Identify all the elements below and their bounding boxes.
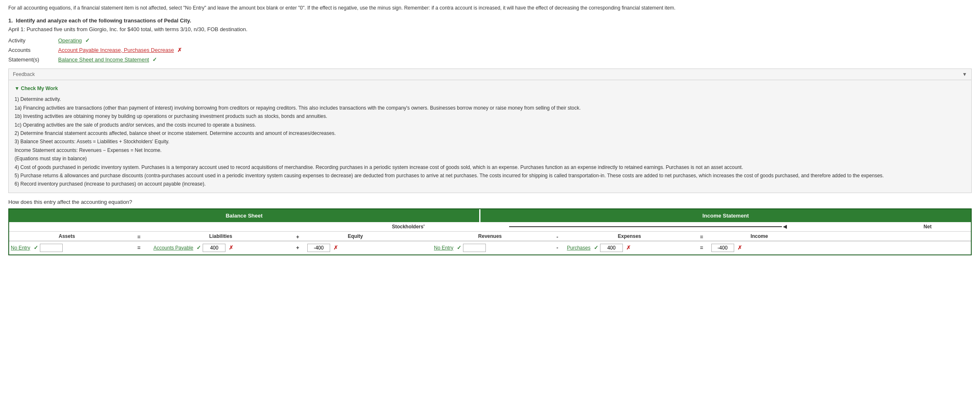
liabilities-amount-input[interactable] bbox=[203, 244, 225, 252]
assets-dropdown[interactable]: No Entry bbox=[11, 245, 30, 251]
revenues-check: ✓ bbox=[457, 245, 461, 251]
statements-label: Statement(s) bbox=[8, 56, 58, 63]
net-income-x: ✗ bbox=[737, 245, 742, 251]
stockholders-row: Stockholders' ◄ Net bbox=[9, 222, 971, 232]
feedback-item-2: 1b) Investing activities are obtaining m… bbox=[15, 112, 965, 120]
equity-amount-input[interactable] bbox=[307, 244, 330, 252]
table-header: Balance Sheet Income Statement bbox=[9, 209, 971, 222]
accounts-value: Account Payable Increase, Purchases Decr… bbox=[58, 47, 182, 53]
statements-link[interactable]: Balance Sheet and Income Statement bbox=[58, 56, 149, 63]
cell-equity: ✗ bbox=[307, 244, 404, 252]
accounting-eq-question: How does this entry affect the accountin… bbox=[8, 199, 972, 205]
transaction-description: April 1: Purchased five units from Giorg… bbox=[8, 26, 972, 32]
expenses-amount-input[interactable] bbox=[600, 244, 623, 252]
check-my-work-label[interactable]: ▼ Check My Work bbox=[15, 84, 965, 93]
activity-value: Operating ✓ bbox=[58, 37, 90, 44]
feedback-item-0: 1) Determine activity. bbox=[15, 95, 965, 103]
feedback-item-8: 4) Cost of goods purchased in periodic i… bbox=[15, 163, 965, 171]
statements-value: Balance Sheet and Income Statement ✓ bbox=[58, 56, 157, 63]
col-plus: + bbox=[288, 234, 307, 240]
feedback-header: Feedback ▼ bbox=[9, 69, 971, 80]
cell-revenues: No Entry ✓ bbox=[432, 244, 548, 252]
activity-row: Activity Operating ✓ bbox=[8, 37, 972, 44]
col-assets: Assets bbox=[9, 232, 125, 240]
feedback-box: Feedback ▼ ▼ Check My Work 1) Determine … bbox=[8, 69, 972, 193]
revenues-dropdown[interactable]: No Entry bbox=[434, 245, 453, 251]
activity-label: Activity bbox=[8, 37, 58, 44]
accounts-link[interactable]: Account Payable Increase, Purchases Decr… bbox=[58, 47, 174, 53]
feedback-item-4: 2) Determine financial statement account… bbox=[15, 129, 965, 137]
header-income-statement: Income Statement bbox=[480, 209, 971, 222]
header-balance-sheet: Balance Sheet bbox=[9, 209, 480, 222]
assets-check: ✓ bbox=[34, 245, 38, 251]
expenses-check: ✓ bbox=[594, 245, 598, 251]
eq-sign-2: = bbox=[692, 245, 711, 251]
statements-row: Statement(s) Balance Sheet and Income St… bbox=[8, 56, 972, 63]
assets-amount-input[interactable] bbox=[40, 244, 63, 252]
accounts-row: Accounts Account Payable Increase, Purch… bbox=[8, 47, 972, 53]
feedback-item-3: 1c) Operating activities are the sale of… bbox=[15, 121, 965, 129]
expenses-dropdown[interactable]: Purchases bbox=[567, 245, 590, 251]
minus-sign: - bbox=[548, 245, 567, 251]
accounts-x: ✗ bbox=[177, 47, 182, 53]
question-number: 1. Identify and analyze each of the foll… bbox=[8, 17, 972, 24]
statements-check: ✓ bbox=[152, 56, 157, 63]
feedback-item-10: 6) Record inventory purchased (increase … bbox=[15, 180, 965, 188]
equity-x: ✗ bbox=[333, 245, 338, 251]
net-label: Net bbox=[884, 224, 971, 230]
col-expenses: Expenses bbox=[567, 232, 692, 240]
cell-expenses: Purchases ✓ ✗ bbox=[567, 244, 692, 252]
feedback-label: Feedback bbox=[13, 71, 35, 77]
intro-text: For all accounting equations, if a finan… bbox=[8, 4, 972, 12]
col-income: Income bbox=[711, 232, 808, 240]
col-equity2: Equity bbox=[307, 232, 404, 240]
feedback-content: ▼ Check My Work 1) Determine activity. 1… bbox=[9, 80, 971, 193]
net-income-amount-input[interactable] bbox=[711, 244, 734, 252]
cell-assets: No Entry ✓ bbox=[9, 244, 125, 252]
col-revenues: Revenues bbox=[432, 232, 548, 240]
cell-liabilities: Accounts Payable ✓ ✗ bbox=[153, 244, 288, 252]
activity-check: ✓ bbox=[85, 37, 90, 44]
liabilities-check: ✓ bbox=[196, 245, 201, 251]
data-row: No Entry ✓ = Accounts Payable ✓ ✗ + ✗ No… bbox=[9, 241, 971, 254]
feedback-item-7: (Equations must stay in balance) bbox=[15, 154, 965, 163]
plus-sign: + bbox=[288, 245, 307, 251]
col-minus: - bbox=[548, 234, 567, 240]
feedback-item-5: 3) Balance Sheet accounts: Assets = Liab… bbox=[15, 137, 965, 146]
feedback-item-9: 5) Purchase returns & allowances and pur… bbox=[15, 171, 965, 180]
liabilities-x: ✗ bbox=[229, 245, 233, 251]
accounts-label: Accounts bbox=[8, 47, 58, 53]
cell-net-income: ✗ bbox=[711, 244, 808, 252]
activity-link[interactable]: Operating bbox=[58, 37, 82, 44]
col-eq-sign: = bbox=[125, 234, 153, 240]
accounting-equation-table: Balance Sheet Income Statement Stockhold… bbox=[8, 208, 972, 255]
feedback-item-1: 1a) Financing activities are transaction… bbox=[15, 104, 965, 112]
expenses-x: ✗ bbox=[626, 245, 631, 251]
revenues-amount-input[interactable] bbox=[463, 244, 486, 252]
eq-sign-1: = bbox=[125, 245, 153, 251]
stockholders-label: Stockholders' bbox=[346, 223, 471, 230]
liabilities-dropdown[interactable]: Accounts Payable bbox=[153, 245, 193, 251]
col-liabilities: Liabilities bbox=[153, 232, 288, 240]
col-eq2: = bbox=[692, 234, 711, 240]
column-headers: Assets = Liabilities + Equity Revenues -… bbox=[9, 232, 971, 241]
feedback-item-6: Income Statement accounts: Revenues − Ex… bbox=[15, 146, 965, 154]
feedback-collapse-icon[interactable]: ▼ bbox=[962, 71, 967, 77]
